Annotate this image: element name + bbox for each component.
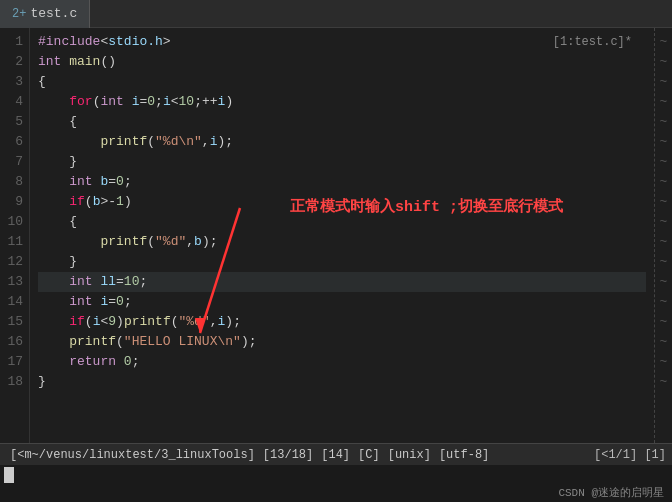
code-line-16: printf("HELLO LINUX\n"); [38,332,646,352]
code-editor[interactable]: #include<stdio.h> int main() { for(int i… [30,28,654,443]
code-line-4: for(int i=0;i<10;++i) [38,92,646,112]
code-line-9: if(b>-1) [38,192,646,212]
bottom-area: [<m~/venus/linuxtest/3_linuxTools] [13/1… [0,443,672,502]
cursor-bar [0,465,672,485]
status-position: [13/18] [259,448,317,462]
code-line-18: } [38,372,646,392]
line-numbers: 1 2 3 4 5 6 7 8 9 10 11 12 13 14 15 16 1… [0,28,30,443]
status-encoding: [utf-8] [435,448,493,462]
status-col: [14] [317,448,354,462]
code-line-7: } [38,152,646,172]
code-line-15: if(i<9)printf("%d",i); [38,312,646,332]
status-lang: [C] [354,448,384,462]
status-path: [<m~/venus/linuxtest/3_linuxTools] [6,448,259,462]
code-line-3: { [38,72,646,92]
cursor-block [4,467,14,483]
editor-container: 1 2 3 4 5 6 7 8 9 10 11 12 13 14 15 16 1… [0,28,672,443]
watermark: CSDN @迷途的启明星 [0,485,672,502]
code-line-11: printf("%d",b); [38,232,646,252]
file-tab[interactable]: 2+ test.c [0,0,90,28]
code-line-14: int i=0; [38,292,646,312]
code-line-2: int main() [38,52,646,72]
status-left: [<m~/venus/linuxtest/3_linuxTools] [13/1… [6,448,493,462]
code-line-10: { [38,212,646,232]
code-line-17: return 0; [38,352,646,372]
code-line-13: int ll=10; [38,272,646,292]
status-os: [unix] [384,448,435,462]
code-line-6: printf("%d\n",i); [38,132,646,152]
status-right: [<1/1] [1] [594,448,666,462]
code-line-8: int b=0; [38,172,646,192]
status-bar: [<m~/venus/linuxtest/3_linuxTools] [13/1… [0,443,672,465]
tab-bar: 2+ test.c [0,0,672,28]
code-line-12: } [38,252,646,272]
tab-number: 2+ [12,7,26,21]
right-panel: ~ ~ ~ ~ ~ ~ ~ ~ ~ ~ ~ ~ ~ ~ ~ ~ ~ ~ [654,28,672,443]
code-line-5: { [38,112,646,132]
top-right-info: [1:test.c]* [553,32,632,52]
tab-filename: test.c [30,6,77,21]
